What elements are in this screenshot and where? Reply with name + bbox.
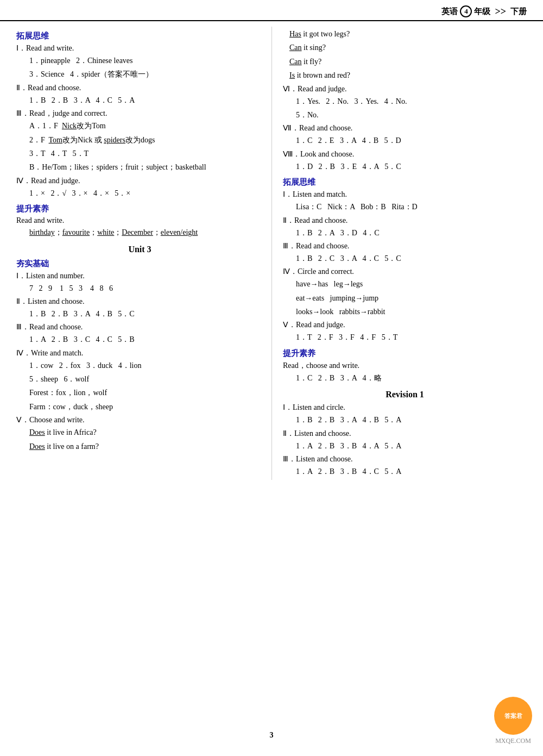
answer-right-iv-3: looks→look rabbits→rabbit [296, 306, 527, 318]
watermark-site: MXQE.COM [495, 737, 531, 745]
answer-vi-1: 1．Yes. 2．No. 3．Yes. 4．No. [296, 96, 527, 108]
answer-rev-i: 1．B 2．B 3．A 4．B 5．A [296, 414, 527, 426]
answer-right-iii: 1．B 2．C 3．A 4．C 5．C [296, 253, 527, 265]
answer-right-i: Lisa：C Nick：A Bob：B Rita：D [296, 201, 527, 213]
answer-2: 3．Science 4．spider（答案不唯一） [29, 68, 263, 80]
answer-u3-ii: 1．B 2．B 3．A 4．B 5．C [29, 308, 263, 320]
answer-right-v: 1．T 2．F 3．F 4．F 5．T [296, 332, 527, 343]
section-solid-foundation: 夯实基础 Ⅰ．Listen and number. 7 2 9 1 5 3 4 … [16, 259, 263, 295]
grade-circle: 4 [460, 5, 472, 17]
answer-rev-ii: 1．A 2．B 3．B 4．A 5．A [296, 440, 527, 452]
answer-vi-2: 5．No. [296, 109, 527, 121]
sub-viii: Ⅷ．Look and choose. [283, 149, 527, 159]
section-rev-iii-listen-choose: Ⅲ．Listen and choose. 1．A 2．B 3．B 4．C 5．A [283, 454, 527, 478]
sub-rev-ii: Ⅱ．Listen and choose. [283, 429, 527, 439]
section-title-right-raise: 提升素养 [283, 348, 527, 359]
sub-vi: Ⅵ．Read and judge. [283, 84, 527, 94]
q-sing: Can it sing? [289, 42, 527, 54]
answer-u3-iv-4: Farm：cow，duck，sheep [29, 401, 263, 413]
section-vii-choose: Ⅶ．Read and choose. 1．C 2．E 3．A 4．B 5．D [283, 123, 527, 147]
main-content: 拓展思维 Ⅰ．Read and write. 1．pineapple 2．Chi… [0, 27, 543, 480]
section-right-iv-circle: Ⅳ．Circle and correct. have→has leg→legs … [283, 267, 527, 318]
q-two-legs: Has it got two legs? [289, 28, 527, 40]
sub-rev-iii: Ⅲ．Listen and choose. [283, 454, 527, 464]
answer-viii: 1．D 2．B 3．E 4．A 5．C [296, 161, 527, 173]
sub-right-iii: Ⅲ．Read and choose. [283, 241, 527, 251]
answer-right-iv-1: have→has leg→legs [296, 278, 527, 290]
page-header: 英语 4 年级 >> 下册 [0, 0, 543, 21]
sub-right-v: Ⅴ．Read and judge. [283, 320, 527, 330]
grade-suffix: 年级 [474, 7, 490, 17]
sub-right-i-listen-match: Ⅰ．Listen and match. [283, 190, 527, 199]
sub-iv: Ⅳ．Read and judge. [16, 176, 263, 186]
answer-iii-a2: 2．F Tom改为Nick 或 spiders改为dogs [29, 134, 263, 146]
sub-vii: Ⅶ．Read and choose. [283, 123, 527, 133]
page: 英语 4 年级 >> 下册 拓展思维 Ⅰ．Read and write. 1．p… [0, 0, 543, 756]
watermark-circle: 答案君 [494, 697, 532, 735]
answer-ii: 1．B 2．B 3．A 4．C 5．A [29, 95, 263, 107]
section-vi-judge: Ⅵ．Read and judge. 1．Yes. 2．No. 3．Yes. 4．… [283, 84, 527, 122]
sub-rev-i: Ⅰ．Listen and circle. [283, 403, 527, 413]
section-iv-judge: Ⅳ．Read and judge. 1．× 2．√ 3．× 4．× 5．× [16, 176, 263, 199]
answer-right-raise: 1．C 2．B 3．A 4．略 [296, 372, 527, 384]
answer-iv: 1．× 2．√ 3．× 4．× 5．× [29, 188, 263, 199]
section-title-right-expand: 拓展思维 [283, 177, 527, 188]
section-iii-judge: Ⅲ．Read，judge and correct. A．1．F Nick改为To… [16, 109, 263, 174]
header-title: 英语 4 年级 >> 下册 [441, 5, 527, 17]
right-column: Has it got two legs? Can it sing? Can it… [272, 27, 527, 480]
answer-u3-iv-2: 5．sheep 6．wolf [29, 373, 263, 385]
sub-iv-write-match: Ⅳ．Write and match. [16, 348, 263, 358]
section-rev-ii-listen-choose: Ⅱ．Listen and choose. 1．A 2．B 3．B 4．A 5．A [283, 429, 527, 452]
watermark: 答案君 MXQE.COM [494, 697, 532, 745]
sub-right-read-choose-write: Read，choose and write. [283, 361, 527, 371]
answer-u3-iii: 1．A 2．B 3．C 4．C 5．B [29, 334, 263, 346]
section-right-v-judge: Ⅴ．Read and judge. 1．T 2．F 3．F 4．F 5．T [283, 320, 527, 343]
section-expand-thinking: 拓展思维 Ⅰ．Read and write. 1．pineapple 2．Chi… [16, 31, 263, 81]
sub-read-write: Read and write. [16, 216, 263, 225]
section-iv-write-match: Ⅳ．Write and match. 1．cow 2．fox 3．duck 4．… [16, 348, 263, 414]
answer-right-ii: 1．B 2．A 3．D 4．C [296, 227, 527, 239]
section-right-expand: 拓展思维 Ⅰ．Listen and match. Lisa：C Nick：A B… [283, 177, 527, 213]
sub-right-ii: Ⅱ．Read and choose. [283, 216, 527, 226]
answer-u3-iv-1: 1．cow 2．fox 3．duck 4．lion [29, 360, 263, 372]
revision-title: Revision 1 [283, 390, 527, 399]
sub-ii-read-choose: Ⅱ．Read and choose. [16, 83, 263, 93]
section-ii-listen: Ⅱ．Listen and choose. 1．B 2．B 3．A 4．B 5．C [16, 297, 263, 320]
section-viii-look-choose: Ⅷ．Look and choose. 1．D 2．B 3．E 4．A 5．C [283, 149, 527, 173]
sub-v-choose-write: Ⅴ．Choose and write. [16, 415, 263, 425]
sub-iii: Ⅲ．Read，judge and correct. [16, 109, 263, 118]
left-column: 拓展思维 Ⅰ．Read and write. 1．pineapple 2．Chi… [16, 27, 272, 480]
subject-label: 英语 [441, 7, 458, 17]
answer-does-africa: Does it live in Africa? [29, 427, 263, 439]
section-right-questions: Has it got two legs? Can it sing? Can it… [283, 28, 527, 82]
sub-right-iv: Ⅳ．Circle and correct. [283, 267, 527, 277]
answer-iii-a3: 3．T 4．T 5．T [29, 148, 263, 160]
answer-iii-b: B．He/Tom；likes；spiders；fruit；subject；bas… [29, 161, 263, 173]
answer-iii-a1: A．1．F Nick改为Tom [29, 120, 263, 132]
unit3-title: Unit 3 [16, 245, 263, 254]
sub-listen-number: Ⅰ．Listen and number. [16, 271, 263, 281]
q-fly: Can it fly? [289, 56, 527, 68]
page-number: 3 [270, 731, 274, 740]
answer-listen-num: 7 2 9 1 5 3 4 8 6 [29, 283, 263, 295]
sub-iii-read-choose: Ⅲ．Read and choose. [16, 322, 263, 332]
section-title-raise: 提升素养 [16, 204, 263, 214]
answer-right-iv-2: eat→eats jumping→jump [296, 292, 527, 304]
section-right-raise: 提升素养 Read，choose and write. 1．C 2．B 3．A … [283, 348, 527, 384]
answer-u3-iv-3: Forest：fox，lion，wolf [29, 387, 263, 399]
sub-ii-listen-choose: Ⅱ．Listen and choose. [16, 297, 263, 307]
arrow-icon: >> [495, 6, 506, 17]
q-brown-red: Is it brown and red? [289, 70, 527, 82]
section-right-iii-choose: Ⅲ．Read and choose. 1．B 2．C 3．A 4．C 5．C [283, 241, 527, 265]
volume-label: 下册 [510, 7, 527, 17]
watermark-line1: 答案君 [504, 712, 522, 720]
section-v-choose-write: Ⅴ．Choose and write. Does it live in Afri… [16, 415, 263, 453]
section-title-expand: 拓展思维 [16, 31, 263, 41]
answer-1: 1．pineapple 2．Chinese leaves [29, 55, 263, 67]
answer-vii: 1．C 2．E 3．A 4．B 5．D [296, 135, 527, 147]
section-ii-choose: Ⅱ．Read and choose. 1．B 2．B 3．A 4．C 5．A [16, 83, 263, 107]
answer-raise: birthday；favourite；white；December；eleven… [29, 227, 263, 239]
section-right-ii-choose: Ⅱ．Read and choose. 1．B 2．A 3．D 4．C [283, 216, 527, 239]
section-raise-literacy: 提升素养 Read and write. birthday；favourite；… [16, 204, 263, 239]
sub-i-read-write: Ⅰ．Read and write. [16, 43, 263, 53]
